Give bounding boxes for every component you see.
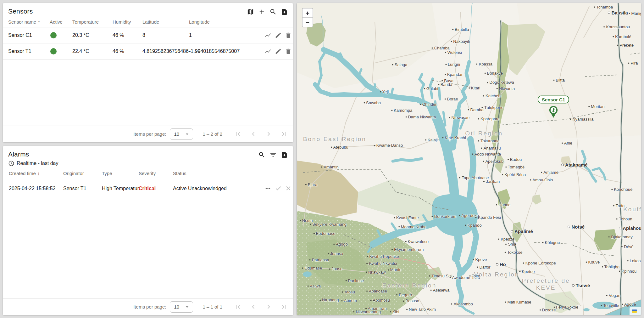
- column-header-actions: [246, 167, 293, 180]
- delete-icon[interactable]: [284, 31, 293, 40]
- sensors-header-row: Sensor name↑ Active Temperature Humidity…: [3, 16, 293, 27]
- humidity-cell: 46 %: [113, 43, 142, 60]
- timeseries-chart-icon[interactable]: [264, 47, 272, 56]
- type-cell: High Temperature: [102, 180, 139, 197]
- first-page-icon[interactable]: [233, 129, 243, 139]
- sensors-paginator: Items per page: 10 1 – 2 of 2: [3, 126, 293, 142]
- sensor-marker-pin[interactable]: [549, 106, 558, 118]
- dropdown-caret-icon: [184, 131, 190, 137]
- temperature-cell: 20.3 °C: [72, 27, 113, 43]
- search-icon[interactable]: [269, 7, 278, 16]
- export-icon[interactable]: [280, 7, 289, 16]
- latitude-cell: 8: [142, 27, 189, 43]
- next-page-icon[interactable]: [264, 129, 274, 139]
- column-header-severity[interactable]: Severity: [139, 167, 173, 180]
- page-size-select[interactable]: 10: [170, 301, 193, 313]
- alarms-table: Created time↓ Originator Type Severity S…: [3, 167, 293, 197]
- alarm-row[interactable]: 2025-04-22 15:58:52 Sensor T1 High Tempe…: [3, 180, 293, 197]
- column-header-longitude[interactable]: Longitude: [189, 16, 247, 27]
- items-per-page-label: Items per page:: [133, 131, 166, 137]
- first-page-icon[interactable]: [233, 302, 243, 312]
- column-header-latitude[interactable]: Latitude: [142, 16, 189, 27]
- map-attribution: [630, 307, 641, 315]
- temperature-cell: 22.4 °C: [72, 43, 113, 60]
- edit-icon[interactable]: [274, 47, 283, 56]
- edit-icon[interactable]: [274, 31, 283, 40]
- items-per-page-label: Items per page:: [133, 304, 166, 309]
- map-widget[interactable]: Oti RegionBono East RegionVolta RegionEa…: [297, 3, 641, 315]
- alarms-paginator: Items per page: 10 1 – 1 of 1: [3, 298, 293, 315]
- column-header-originator[interactable]: Originator: [63, 167, 102, 180]
- clear-icon[interactable]: [284, 184, 293, 193]
- sort-desc-icon: ↓: [37, 171, 40, 176]
- acknowledge-icon[interactable]: [274, 184, 283, 193]
- sensor-row-c1[interactable]: Sensor C1 20.3 °C 46 % 8 1: [3, 27, 293, 43]
- search-icon[interactable]: [257, 150, 266, 159]
- active-status-dot: [50, 48, 57, 54]
- created-time-cell: 2025-04-22 15:58:52: [3, 180, 63, 197]
- sensors-title: Sensors: [8, 7, 33, 15]
- zoom-out-button[interactable]: −: [303, 18, 313, 27]
- sensor-row-t1[interactable]: Sensor T1 22.4 °C 46 % 4.819256236756486…: [3, 43, 293, 60]
- latitude-cell: 4.819256236756486: [142, 43, 189, 60]
- sensor-marker-label[interactable]: Sensor C1: [538, 95, 569, 103]
- page-range-label: 1 – 2 of 2: [203, 131, 222, 137]
- alarms-widget: Alarms Realtime - last day Created time↓…: [3, 146, 293, 315]
- map-icon[interactable]: [246, 7, 255, 16]
- filter-icon[interactable]: [269, 150, 278, 159]
- export-icon[interactable]: [280, 150, 289, 159]
- alarms-subtitle: Realtime - last day: [8, 160, 58, 167]
- ukraine-flag-icon: [632, 309, 637, 313]
- page-size-select[interactable]: 10: [170, 128, 193, 140]
- originator-cell: Sensor T1: [63, 180, 102, 197]
- humidity-cell: 46 %: [113, 27, 142, 43]
- active-status-dot: [50, 32, 57, 38]
- longitude-cell: -1.9940185546875007: [189, 43, 247, 60]
- column-header-actions: [247, 16, 293, 27]
- map-zoom-control: + −: [302, 8, 313, 27]
- delete-icon[interactable]: [284, 47, 293, 56]
- last-page-icon[interactable]: [279, 302, 289, 312]
- more-options-icon[interactable]: [264, 184, 272, 193]
- column-header-status[interactable]: Status: [173, 167, 246, 180]
- sensors-widget: Sensors Sensor name↑ Active Temperature …: [3, 3, 293, 142]
- add-entity-icon[interactable]: [257, 7, 266, 16]
- column-header-created-time[interactable]: Created time↓: [3, 167, 63, 180]
- sensor-name-cell: Sensor T1: [3, 43, 50, 60]
- column-header-humidity[interactable]: Humidity: [113, 16, 142, 27]
- last-page-icon[interactable]: [279, 129, 289, 139]
- alarms-title: Alarms: [8, 150, 58, 158]
- timeseries-chart-icon[interactable]: [264, 31, 272, 40]
- sensor-name-cell: Sensor C1: [3, 27, 50, 43]
- column-header-type[interactable]: Type: [102, 167, 139, 180]
- column-header-temperature[interactable]: Temperature: [72, 16, 113, 27]
- column-header-active[interactable]: Active: [50, 16, 72, 27]
- clock-icon: [8, 160, 14, 167]
- sensors-table: Sensor name↑ Active Temperature Humidity…: [3, 16, 293, 60]
- sort-asc-icon: ↑: [38, 19, 40, 25]
- next-page-icon[interactable]: [264, 302, 274, 312]
- previous-page-icon[interactable]: [248, 129, 258, 139]
- zoom-in-button[interactable]: +: [303, 9, 313, 18]
- page-range-label: 1 – 1 of 1: [203, 304, 222, 309]
- status-cell: Active Unacknowledged: [173, 180, 246, 197]
- map-canvas: [297, 3, 641, 315]
- previous-page-icon[interactable]: [248, 302, 258, 312]
- alarms-header-row: Created time↓ Originator Type Severity S…: [3, 167, 293, 180]
- column-header-sensor-name[interactable]: Sensor name↑: [3, 16, 50, 27]
- dropdown-caret-icon: [184, 304, 190, 310]
- longitude-cell: 1: [189, 27, 247, 43]
- severity-cell: Critical: [139, 180, 173, 197]
